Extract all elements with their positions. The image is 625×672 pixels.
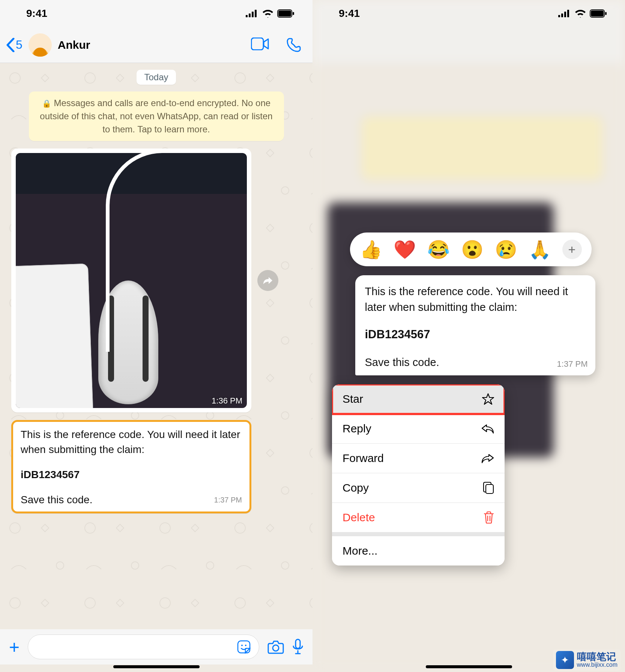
back-button[interactable]: 5 [6,38,23,52]
mic-icon[interactable] [292,639,303,655]
reaction-sad[interactable]: 😢 [495,239,517,260]
preview-line1: This is the reference code. You will nee… [365,285,568,313]
menu-forward[interactable]: Forward [332,444,505,473]
phone-right: 9:41 👍 ❤️ 😂 😮 😢 🙏 + This is the referenc… [312,0,625,672]
svg-point-10 [245,645,246,646]
copy-icon [483,482,494,494]
avatar[interactable] [29,33,52,57]
reactions-bar: 👍 ❤️ 😂 😮 😢 🙏 + [350,232,592,266]
home-indicator [426,665,512,668]
sticker-icon[interactable] [237,640,251,654]
unread-count: 5 [16,38,23,52]
message-image [16,153,247,408]
menu-forward-label: Forward [343,452,384,465]
message-preview: This is the reference code. You will nee… [355,275,595,375]
text-message[interactable]: This is the reference code. You will nee… [11,420,251,513]
attach-button[interactable]: + [9,637,20,657]
svg-rect-1 [249,14,251,17]
reaction-pray[interactable]: 🙏 [529,239,551,260]
preview-code: iDB1234567 [365,326,586,343]
svg-rect-3 [255,10,257,17]
menu-copy-label: Copy [343,482,369,494]
menu-star[interactable]: Star [332,384,505,414]
chat-header: 5 Ankur [0,27,312,63]
menu-reply[interactable]: Reply [332,414,505,444]
menu-reply-label: Reply [343,422,371,435]
status-time: 9:41 [26,8,47,20]
message-input[interactable] [28,634,259,659]
phone-left: 9:41 5 Ankur Today 🔒 Messages and calls … [0,0,312,672]
menu-copy[interactable]: Copy [332,473,505,503]
reaction-wow[interactable]: 😮 [461,239,484,260]
menu-more-label: More... [343,544,377,557]
image-message[interactable]: 1:36 PM [11,148,251,412]
star-icon [482,393,494,405]
lock-icon: 🔒 [42,99,51,108]
message-line1: This is the reference code. You will nee… [21,429,240,455]
watermark-logo-icon: ✦ [556,651,574,669]
svg-rect-6 [293,12,294,15]
camera-icon[interactable] [267,640,284,654]
svg-rect-12 [296,639,300,648]
forward-icon [481,453,494,464]
svg-rect-20 [486,484,493,494]
contact-name[interactable]: Ankur [58,39,245,51]
watermark-title: 嘻嘻笔记 [577,651,616,662]
reaction-more[interactable]: + [562,240,582,259]
menu-delete[interactable]: Delete [332,503,505,532]
menu-star-label: Star [343,393,363,405]
reaction-heart[interactable]: ❤️ [394,239,416,260]
forward-icon [263,276,273,285]
svg-rect-7 [251,38,263,50]
context-overlay[interactable]: 👍 ❤️ 😂 😮 😢 🙏 + This is the reference cod… [312,0,625,672]
chevron-left-icon [6,38,15,52]
watermark: ✦ 嘻嘻笔记 www.bijixx.com [553,650,620,670]
preview-line2: Save this code. [365,356,439,368]
status-bar: 9:41 [0,0,312,27]
reaction-laugh[interactable]: 😂 [427,239,450,260]
message-time: 1:37 PM [214,495,242,505]
forward-shortcut[interactable] [257,270,278,291]
preview-time: 1:37 PM [557,358,588,370]
video-call-icon[interactable] [251,38,269,50]
menu-more[interactable]: More... [332,532,505,566]
date-pill: Today [137,70,176,85]
svg-rect-0 [246,15,248,17]
svg-point-11 [273,645,279,651]
svg-rect-5 [278,10,291,16]
battery-icon [277,9,294,18]
message-code: iDB1234567 [21,467,242,482]
context-menu: Star Reply Forward Copy Delete More... [332,384,505,566]
wifi-icon [262,9,273,18]
watermark-url: www.bijixx.com [577,662,617,668]
reaction-thumbsup[interactable]: 👍 [360,239,382,260]
menu-delete-label: Delete [343,511,375,524]
encryption-text: Messages and calls are end-to-end encryp… [40,98,272,134]
svg-rect-8 [238,641,250,653]
home-indicator [113,665,200,668]
message-line2: Save this code. [21,494,92,506]
reply-icon [481,423,494,434]
svg-rect-2 [252,12,254,17]
cellular-icon [246,10,258,17]
trash-icon [484,511,494,524]
svg-point-9 [241,645,243,646]
input-bar: + [0,629,312,664]
status-icons [246,9,294,18]
voice-call-icon[interactable] [286,38,301,52]
encryption-notice[interactable]: 🔒 Messages and calls are end-to-end encr… [29,92,284,141]
chat-body[interactable]: Today 🔒 Messages and calls are end-to-en… [0,63,312,629]
image-time: 1:36 PM [212,396,242,406]
